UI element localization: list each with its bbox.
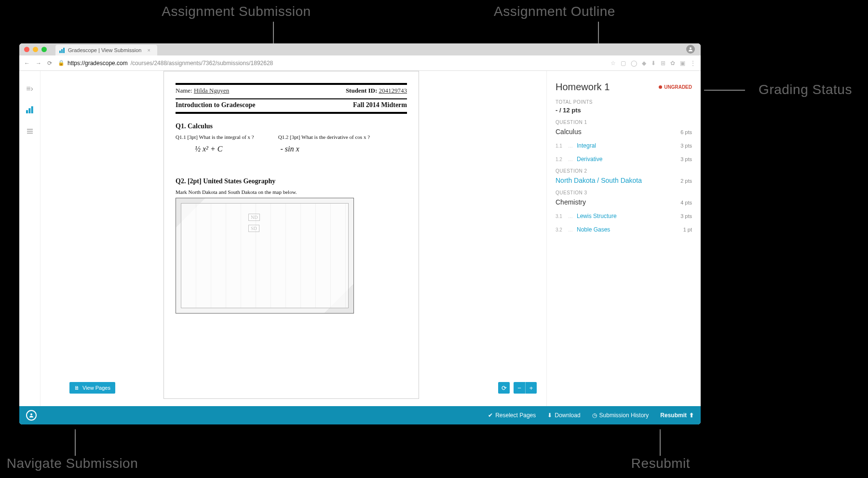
anno-line xyxy=(704,90,745,91)
zoom-controls: ⟳ − + xyxy=(498,382,537,394)
q3-label: QUESTION 3 xyxy=(556,190,692,195)
grading-status-text: UNGRADED xyxy=(664,84,692,90)
minimize-window-icon[interactable] xyxy=(33,47,38,52)
apps-grid-icon[interactable]: ⊞ xyxy=(661,60,665,67)
subq-link-lewis[interactable]: Lewis Structure xyxy=(577,213,617,219)
q2-title: Q2. [2pt] United States Geography xyxy=(176,178,407,185)
svg-point-3 xyxy=(690,47,692,49)
svg-rect-1 xyxy=(61,49,63,53)
lock-icon: 🔒 xyxy=(58,60,65,66)
menu-icon[interactable]: ⋮ xyxy=(690,60,696,67)
q11-text: Q1.1 [3pt] What is the integral of x ? xyxy=(176,134,254,140)
map-label-sd: SD xyxy=(248,225,259,232)
list-icon[interactable] xyxy=(27,128,33,137)
sid-value: 204129743 xyxy=(379,87,407,94)
map-label-nd: ND xyxy=(248,214,260,221)
history-icon: ◷ xyxy=(592,412,597,419)
student-avatar-icon[interactable] xyxy=(26,410,37,421)
dots-icon: … xyxy=(568,157,573,162)
svg-point-10 xyxy=(30,413,32,415)
back-icon[interactable]: ← xyxy=(24,60,30,67)
subq-link-noble[interactable]: Noble Gases xyxy=(577,226,610,233)
browser-tab[interactable]: Gradescope | View Submission × xyxy=(55,45,157,55)
address-bar: ← → ⟳ 🔒 https://gradescope.com/courses/2… xyxy=(19,55,701,71)
ext-icon[interactable]: ▣ xyxy=(680,60,685,67)
subq-link-integral[interactable]: Integral xyxy=(577,142,596,149)
anno-line xyxy=(75,429,76,456)
svg-rect-5 xyxy=(28,108,30,113)
sid-label: Student ID: xyxy=(346,87,377,94)
ext-icon[interactable]: ◆ xyxy=(642,60,646,67)
svg-rect-4 xyxy=(26,110,28,113)
annotation-navigate: Navigate Submission xyxy=(0,456,159,471)
answer-12: - sin x xyxy=(280,145,299,153)
upload-icon: ⬆ xyxy=(689,412,694,419)
total-points-value: - / 12 pts xyxy=(556,107,692,114)
dots-icon: … xyxy=(568,214,573,219)
exam-title: Fall 2014 Midterm xyxy=(353,101,407,109)
q1-pts: 6 pts xyxy=(680,129,692,135)
star-icon[interactable]: ☆ xyxy=(610,60,616,67)
footer-bar: ✔ Reselect Pages ⬇ Download ◷ Submission… xyxy=(19,406,701,424)
q3-name: Chemistry xyxy=(556,198,586,206)
gradescope-favicon-icon xyxy=(59,47,65,53)
q1-title: Q1. Calculus xyxy=(176,123,407,130)
check-icon: ✔ xyxy=(488,412,493,419)
outline-title: Homework 1 xyxy=(556,82,610,93)
history-label: Submission History xyxy=(599,412,649,419)
ext-icon[interactable]: ◯ xyxy=(631,60,637,67)
ext-icon[interactable]: ✿ xyxy=(670,60,675,67)
download-button[interactable]: ⬇ Download xyxy=(547,412,580,419)
subq-pts: 3 pts xyxy=(680,143,692,149)
profile-avatar-icon[interactable] xyxy=(686,45,695,54)
close-window-icon[interactable] xyxy=(24,47,29,52)
subq-num: 3.1 xyxy=(556,214,564,219)
subq-pts: 3 pts xyxy=(680,156,692,162)
reselect-pages-button[interactable]: ✔ Reselect Pages xyxy=(488,412,536,419)
download-icon: ⬇ xyxy=(547,412,552,419)
forward-icon[interactable]: → xyxy=(36,60,41,67)
dots-icon: … xyxy=(568,227,573,232)
scanned-page[interactable]: Name: Hilda Nguyen Student ID: 204129743… xyxy=(163,71,419,399)
zoom-out-button[interactable]: − xyxy=(514,382,525,394)
q1-label: QUESTION 1 xyxy=(556,120,692,125)
url-field[interactable]: 🔒 https://gradescope.com/courses/2488/as… xyxy=(58,60,605,67)
q3-pts: 4 pts xyxy=(680,200,692,205)
subq-num: 1.1 xyxy=(556,143,564,149)
stats-icon[interactable] xyxy=(26,106,34,115)
submission-history-button[interactable]: ◷ Submission History xyxy=(592,412,649,419)
browser-window: Gradescope | View Submission × ← → ⟳ 🔒 h… xyxy=(19,43,701,424)
view-pages-button[interactable]: 🗎 View Pages xyxy=(69,382,115,394)
annotation-status: Grading Status xyxy=(745,82,866,97)
svg-rect-6 xyxy=(31,106,33,113)
annotation-outline: Assignment Outline xyxy=(477,4,632,19)
left-rail: ≡› xyxy=(19,71,41,406)
submission-viewer: Name: Hilda Nguyen Student ID: 204129743… xyxy=(41,71,546,406)
us-map-image: ND SD xyxy=(176,198,354,314)
app-body: ≡› Name: Hilda Nguyen Student ID: 204129… xyxy=(19,71,701,406)
extension-icons: ☆ ▢ ◯ ◆ ⬇ ⊞ ✿ ▣ ⋮ xyxy=(610,60,696,67)
status-dot-icon xyxy=(659,85,662,89)
assignment-outline: Homework 1 UNGRADED TOTAL POINTS - / 12 … xyxy=(546,71,701,406)
rotate-button[interactable]: ⟳ xyxy=(498,382,510,394)
maximize-window-icon[interactable] xyxy=(41,47,47,52)
resubmit-button[interactable]: Resubmit ⬆ xyxy=(660,412,694,419)
annotation-submission: Assignment Submission xyxy=(149,4,323,19)
ext-icon[interactable]: ⬇ xyxy=(651,60,656,67)
subq-link-derivative[interactable]: Derivative xyxy=(577,156,602,163)
tab-title: Gradescope | View Submission xyxy=(68,47,141,53)
q12-text: Q1.2 [3pt] What is the derivative of cos… xyxy=(278,134,370,140)
resubmit-label: Resubmit xyxy=(660,412,687,419)
zoom-in-button[interactable]: + xyxy=(525,382,537,394)
q2-instructions: Mark North Dakota and South Dakota on th… xyxy=(176,189,407,195)
q2-link[interactable]: North Dakota / South Dakota xyxy=(556,177,642,184)
menu-toggle-icon[interactable]: ≡› xyxy=(26,84,33,93)
ext-icon[interactable]: ▢ xyxy=(621,60,626,67)
reselect-label: Reselect Pages xyxy=(495,412,536,419)
annotation-resubmit: Resubmit xyxy=(612,456,709,471)
pages-icon: 🗎 xyxy=(74,385,80,391)
reload-icon[interactable]: ⟳ xyxy=(47,60,52,67)
tab-close-icon[interactable]: × xyxy=(147,47,150,53)
q2-label: QUESTION 2 xyxy=(556,168,692,174)
subq-num: 3.2 xyxy=(556,227,564,232)
